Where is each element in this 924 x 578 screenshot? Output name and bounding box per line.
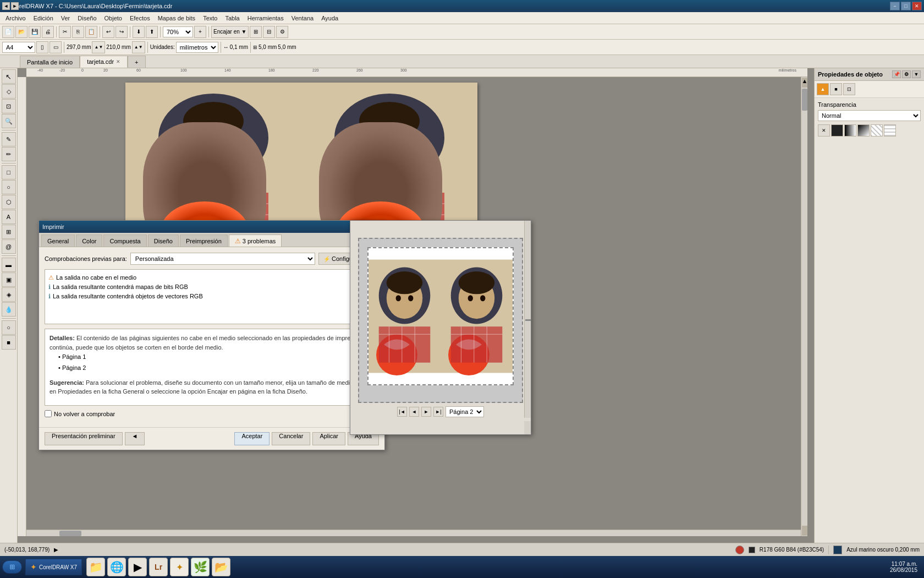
open-btn[interactable]: 📂 [15, 26, 28, 38]
menu-objeto[interactable]: Objeto [101, 14, 125, 23]
menu-ventana[interactable]: Ventana [288, 14, 317, 23]
view1-btn[interactable]: ⊞ [250, 26, 262, 38]
trans-fill-btn[interactable]: ■ [830, 83, 842, 95]
menu-ver[interactable]: Ver [58, 14, 74, 23]
zoom-select[interactable]: 70% 100% 50% [163, 26, 193, 37]
close-button[interactable]: ✕ [912, 2, 922, 10]
shape-tool[interactable]: ◇ [2, 84, 16, 99]
tab-home[interactable]: Pantalla de inicio [20, 56, 80, 68]
trans-icon-solid[interactable] [831, 124, 843, 137]
menu-edicion[interactable]: Edición [30, 14, 57, 23]
rect-tool[interactable]: □ [2, 165, 16, 179]
page-orient1[interactable]: ▯ [36, 41, 48, 53]
outline-tool[interactable]: ○ [2, 320, 16, 335]
spiral-tool[interactable]: @ [2, 239, 16, 254]
dropper-tool[interactable]: 💧 [2, 302, 16, 317]
trans-icon-x[interactable]: ✕ [818, 124, 830, 137]
panel-pin-btn[interactable]: 📌 [892, 70, 901, 78]
redo-btn[interactable]: ↪ [116, 26, 128, 38]
save-btn[interactable]: 💾 [29, 26, 41, 38]
scroll-thumb-h[interactable] [59, 531, 81, 536]
accept-button[interactable]: Aceptar [234, 432, 270, 445]
taskbar-media[interactable]: ▶ [128, 558, 147, 576]
maximize-button[interactable]: □ [901, 2, 911, 10]
print-btn[interactable]: 🖨 [42, 26, 54, 38]
preview-prev-btn[interactable]: ◄ [409, 407, 419, 417]
new-btn[interactable]: 📄 [2, 26, 14, 38]
scroll-down-btn[interactable] [802, 526, 807, 536]
export-btn[interactable]: ⬆ [146, 26, 158, 38]
trans-outline-btn[interactable]: ⊡ [843, 83, 855, 95]
trans-icon-gradient2[interactable] [857, 124, 870, 137]
menu-mapas[interactable]: Mapas de bits [155, 14, 199, 23]
cancel-button[interactable]: Cancelar [272, 432, 310, 445]
menu-ayuda[interactable]: Ayuda [318, 14, 342, 23]
import-btn[interactable]: ⬇ [133, 26, 145, 38]
trans-icon-pattern1[interactable] [871, 124, 883, 137]
tab-problems[interactable]: ⚠ 3 problemas [229, 235, 282, 247]
panel-filter-btn[interactable]: ▼ [912, 70, 921, 78]
start-button[interactable]: ⊞ [2, 560, 22, 574]
freehand-tool[interactable]: ✎ [2, 132, 16, 146]
panel-settings-btn[interactable]: ⚙ [902, 70, 911, 78]
preview-first-btn[interactable]: |◄ [397, 407, 407, 417]
color-tool[interactable]: ■ [2, 335, 16, 350]
gradient-tool[interactable]: ▣ [2, 272, 16, 287]
taskbar-chrome[interactable]: 🌐 [107, 558, 126, 576]
menu-tabla[interactable]: Tabla [222, 14, 243, 23]
zoom-in-btn[interactable]: + [194, 26, 206, 38]
tab-file[interactable]: tarjeta.cdr ✕ [80, 56, 128, 68]
preview-last-btn[interactable]: ►| [433, 407, 443, 417]
tab-scroll-left[interactable]: ◄ [2, 2, 10, 10]
transparency-select[interactable]: Normal Multiply Add [818, 110, 921, 121]
tab-close-btn[interactable]: ✕ [116, 59, 120, 64]
zoom-tool[interactable]: 🔍 [2, 114, 16, 128]
tab-diseno[interactable]: Diseño [148, 235, 179, 247]
options-btn[interactable]: ⚙ [276, 26, 288, 38]
cut-btn[interactable]: ✂ [59, 26, 71, 38]
tab-compuesta[interactable]: Compuesta [103, 235, 146, 247]
preview-button[interactable]: Presentación preliminar [45, 432, 123, 445]
preview-nav-button[interactable]: ◄ [125, 432, 145, 445]
text-tool[interactable]: A [2, 210, 16, 224]
taskbar-lr[interactable]: Lr [149, 558, 168, 576]
page-size-select[interactable]: A4 [2, 42, 35, 53]
table-tool[interactable]: ⊞ [2, 225, 16, 239]
tab-scroll-right[interactable]: ► [11, 2, 19, 10]
taskbar-green[interactable]: 🌿 [191, 558, 210, 576]
transparency-tool[interactable]: ◈ [2, 287, 16, 302]
crop-tool[interactable]: ⊡ [2, 99, 16, 113]
fit-btn[interactable]: Encajar en ▼ [211, 26, 249, 38]
tab-color[interactable]: Color [76, 235, 102, 247]
trans-obj-btn[interactable]: ▲ [817, 83, 829, 95]
page-orient2[interactable]: ▭ [50, 41, 62, 53]
h-scrollbar[interactable] [26, 530, 801, 536]
select-tool[interactable]: ↖ [2, 69, 16, 84]
view2-btn[interactable]: ⊟ [263, 26, 275, 38]
ellipse-tool[interactable]: ○ [2, 180, 16, 194]
preview-v-scrollbar[interactable] [524, 221, 531, 418]
smart-draw-tool[interactable]: ✏ [2, 147, 16, 161]
play-btn[interactable]: ▶ [54, 547, 58, 553]
fill-tool[interactable]: ▬ [2, 258, 16, 272]
undo-btn[interactable]: ↩ [102, 26, 114, 38]
menu-diseno[interactable]: Diseño [74, 14, 100, 23]
checks-select[interactable]: Personalizada [130, 253, 315, 265]
taskbar-corelicon[interactable]: ✦ [170, 558, 189, 576]
trans-icon-gradient1[interactable] [844, 124, 856, 137]
tab-preimpresion[interactable]: Preimpresión [180, 235, 228, 247]
width-up[interactable]: ▲▼ [92, 41, 105, 53]
trans-icon-pattern2[interactable] [884, 124, 896, 137]
menu-texto[interactable]: Texto [200, 14, 221, 23]
units-select[interactable]: milímetros [176, 42, 218, 53]
tab-add[interactable]: + [128, 56, 145, 68]
copy-btn[interactable]: ⎘ [72, 26, 84, 38]
height-up[interactable]: ▲▼ [132, 41, 145, 53]
taskbar-explorer[interactable]: 📂 [212, 558, 230, 576]
taskbar-folder[interactable]: 📁 [86, 558, 105, 576]
minimize-button[interactable]: − [890, 2, 900, 10]
paste-btn[interactable]: 📋 [85, 26, 97, 38]
scroll-thumb-v[interactable] [802, 89, 807, 111]
poly-tool[interactable]: ⬡ [2, 195, 16, 209]
menu-herramientas[interactable]: Herramientas [244, 14, 287, 23]
